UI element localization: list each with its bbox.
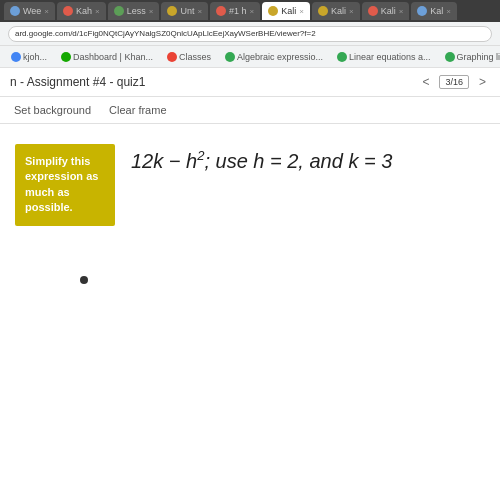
nav-prev[interactable]: < [418,74,433,90]
tab-hash1[interactable]: #1 h × [210,2,260,20]
tab-kali-active-close[interactable]: × [299,7,304,16]
tab-wee-close[interactable]: × [44,7,49,16]
browser-tabs: Wee × Kah × Less × Unt × #1 h × Kali × K… [0,0,500,22]
set-background-button[interactable]: Set background [10,102,95,118]
page-title: n - Assignment #4 - quiz1 [10,75,145,89]
bookmark-kjoh[interactable]: kjoh... [6,50,52,64]
tab-kahn1-close[interactable]: × [95,7,100,16]
tab-hash1-icon [216,6,226,16]
bookmark-linear[interactable]: Linear equations a... [332,50,436,64]
bookmark-kjoh-icon [11,52,21,62]
nav-next[interactable]: > [475,74,490,90]
tab-kahn1-icon [63,6,73,16]
bookmark-algebraic-icon [225,52,235,62]
tab-kali-active-icon [268,6,278,16]
nav-controls: < 3/16 > [418,74,490,90]
bookmark-classes[interactable]: Classes [162,50,216,64]
page-toolbar: n - Assignment #4 - quiz1 < 3/16 > [0,68,500,97]
tab-less[interactable]: Less × [108,2,160,20]
tab-kahn1[interactable]: Kah × [57,2,106,20]
address-bar: ard.google.com/d/1cFig0NQtCjAyYNalgSZ0Qn… [0,22,500,46]
tab-kali2-icon [318,6,328,16]
tab-untb-close[interactable]: × [197,7,202,16]
clear-frame-button[interactable]: Clear frame [105,102,170,118]
tab-kali4[interactable]: Kal × [411,2,457,20]
tab-untb-icon [167,6,177,16]
math-expression: 12k − h2; use h = 2, and k = 3 [131,144,392,173]
bookmark-dashboard-icon [61,52,71,62]
answer-dot [80,276,88,284]
bookmark-classes-icon [167,52,177,62]
bookmark-linear-icon [337,52,347,62]
answer-area [0,246,500,284]
address-input[interactable]: ard.google.com/d/1cFig0NQtCjAyYNalgSZ0Qn… [8,26,492,42]
bookmark-graphing[interactable]: Graphing lines a... [440,50,500,64]
tab-kali2[interactable]: Kali × [312,2,360,20]
tab-wee-icon [10,6,20,16]
bookmark-algebraic[interactable]: Algebraic expressio... [220,50,328,64]
bookmark-dashboard[interactable]: Dashboard | Khan... [56,50,158,64]
tab-wee[interactable]: Wee × [4,2,55,20]
tab-hash1-close[interactable]: × [250,7,255,16]
page-counter: 3/16 [439,75,469,89]
tab-less-icon [114,6,124,16]
bookmarks-bar: kjoh... Dashboard | Khan... Classes Alge… [0,46,500,68]
tab-kali3-icon [368,6,378,16]
tab-kali4-close[interactable]: × [446,7,451,16]
tab-kali4-icon [417,6,427,16]
tab-kali-active[interactable]: Kali × [262,2,310,20]
tab-kali3[interactable]: Kali × [362,2,410,20]
tab-less-close[interactable]: × [149,7,154,16]
instruction-box: Simplify this expression as much as poss… [15,144,115,226]
tab-kali2-close[interactable]: × [349,7,354,16]
bookmark-graphing-icon [445,52,455,62]
assignment-area: Simplify this expression as much as poss… [0,124,500,246]
sub-toolbar: Set background Clear frame [0,97,500,124]
tab-untb[interactable]: Unt × [161,2,208,20]
tab-kali3-close[interactable]: × [399,7,404,16]
page-content: n - Assignment #4 - quiz1 < 3/16 > Set b… [0,68,500,500]
